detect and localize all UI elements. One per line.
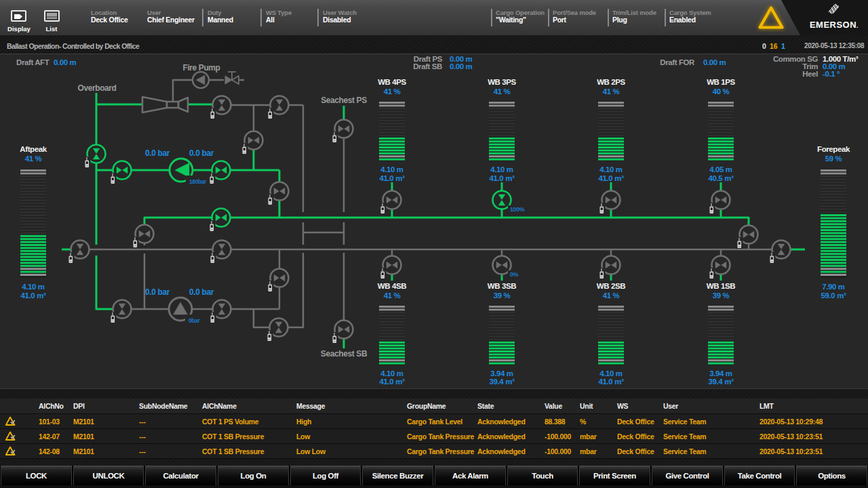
svg-text:WB 1PS: WB 1PS <box>707 78 735 86</box>
svg-text:40 %: 40 % <box>713 87 730 96</box>
svg-text:4.10 m: 4.10 m <box>380 369 403 378</box>
svg-text:WB 1SB: WB 1SB <box>707 282 735 290</box>
svg-text:41 %: 41 % <box>384 87 401 96</box>
svg-text:Draft AFT: Draft AFT <box>16 58 50 66</box>
svg-text:180bar: 180bar <box>189 178 207 185</box>
svg-text:41 %: 41 % <box>384 291 401 300</box>
svg-text:4.10 m: 4.10 m <box>599 165 623 174</box>
svg-text:41.0 m³: 41.0 m³ <box>21 291 46 300</box>
svg-text:0bar: 0bar <box>189 317 200 324</box>
svg-text:41 %: 41 % <box>603 291 620 300</box>
svg-text:4.05 m: 4.05 m <box>709 165 732 174</box>
svg-text:39.4 m³: 39.4 m³ <box>490 378 515 386</box>
svg-text:0.0 bar: 0.0 bar <box>189 148 214 158</box>
svg-text:41.0 m³: 41.0 m³ <box>490 174 515 182</box>
svg-text:39 %: 39 % <box>713 291 730 300</box>
svg-text:39.4 m³: 39.4 m³ <box>709 378 734 386</box>
svg-text:WB 3PS: WB 3PS <box>488 78 516 86</box>
svg-text:100%: 100% <box>510 206 525 213</box>
svg-text:40.5 m³: 40.5 m³ <box>709 174 734 182</box>
svg-text:0%: 0% <box>510 271 519 278</box>
svg-text:Seachest PS: Seachest PS <box>321 96 367 105</box>
svg-text:WB 2SB: WB 2SB <box>597 282 625 290</box>
svg-text:4.10 m: 4.10 m <box>599 369 623 378</box>
svg-text:Draft SB: Draft SB <box>413 62 442 70</box>
svg-text:WB 4PS: WB 4PS <box>378 78 406 86</box>
svg-text:WB 4SB: WB 4SB <box>378 282 406 290</box>
svg-text:41 %: 41 % <box>494 87 511 96</box>
svg-text:3.94 m: 3.94 m <box>490 369 513 378</box>
svg-text:4.10 m: 4.10 m <box>380 165 403 174</box>
svg-text:41 %: 41 % <box>25 155 42 163</box>
svg-text:7.90 m: 7.90 m <box>822 283 845 291</box>
svg-text:WB 3SB: WB 3SB <box>488 282 516 290</box>
svg-text:3.94 m: 3.94 m <box>709 369 732 378</box>
svg-text:Overboard: Overboard <box>77 83 116 93</box>
svg-text:0.00 m: 0.00 m <box>703 58 726 66</box>
svg-text:Seachest SB: Seachest SB <box>321 349 368 359</box>
svg-text:41.0 m³: 41.0 m³ <box>599 378 624 386</box>
svg-text:41.0 m³: 41.0 m³ <box>380 174 405 182</box>
svg-text:41 %: 41 % <box>603 87 620 96</box>
svg-text:WB 2PS: WB 2PS <box>597 78 625 86</box>
svg-text:0.0 bar: 0.0 bar <box>145 148 170 158</box>
svg-text:0.00 m: 0.00 m <box>450 62 473 70</box>
svg-text:-0.1 °: -0.1 ° <box>823 70 840 78</box>
svg-text:59.0 m³: 59.0 m³ <box>821 291 846 300</box>
svg-text:4.10 m: 4.10 m <box>22 283 45 291</box>
svg-text:4.10 m: 4.10 m <box>490 165 513 174</box>
svg-text:Forepeak: Forepeak <box>817 145 850 153</box>
svg-text:Aftpeak: Aftpeak <box>20 145 47 153</box>
svg-text:39 %: 39 % <box>494 291 511 300</box>
svg-text:0.0 bar: 0.0 bar <box>189 287 214 297</box>
svg-text:0.00 m: 0.00 m <box>54 58 77 66</box>
svg-text:Heel: Heel <box>802 70 818 78</box>
svg-text:41.0 m³: 41.0 m³ <box>380 378 405 386</box>
svg-text:Draft FOR: Draft FOR <box>660 58 695 66</box>
svg-text:0.0 bar: 0.0 bar <box>145 287 170 297</box>
svg-text:59 %: 59 % <box>825 155 842 163</box>
svg-text:41.0 m³: 41.0 m³ <box>599 174 624 182</box>
